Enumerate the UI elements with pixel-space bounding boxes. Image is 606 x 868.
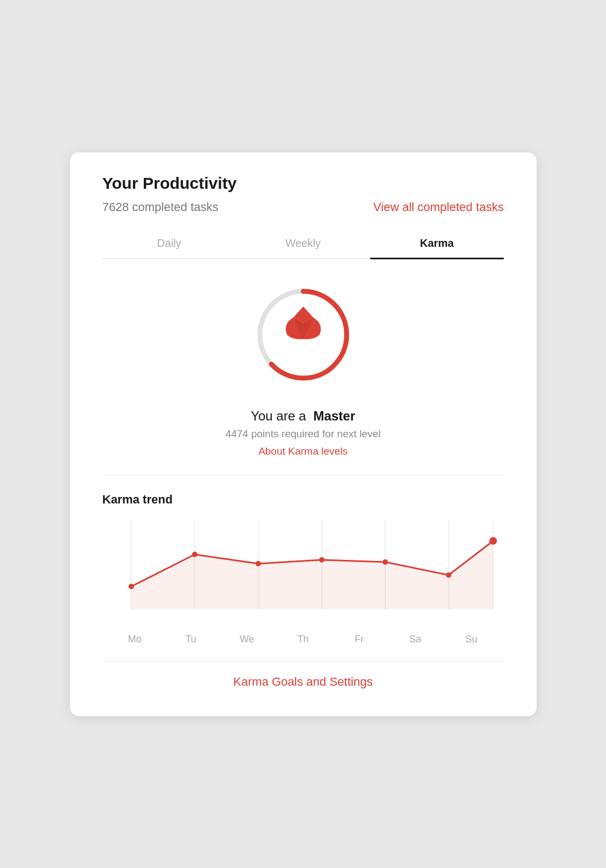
chart-container: Mo Tu We Th Fr Sa Su [103, 520, 504, 645]
chart-dot-sa [446, 572, 451, 578]
karma-points-text: 4474 points required for next level [103, 428, 504, 440]
divider-2 [103, 661, 504, 662]
karma-trend-title: Karma trend [103, 493, 504, 507]
karma-goals-link[interactable]: Karma Goals and Settings [103, 675, 504, 689]
chart-dot-mo [129, 584, 134, 589]
karma-progress-circle [249, 280, 358, 389]
view-all-link[interactable]: View all completed tasks [373, 200, 504, 214]
tabs: Daily Weekly Karma [103, 229, 504, 259]
tab-karma[interactable]: Karma [370, 229, 504, 258]
chart-fill [131, 541, 493, 609]
chart-dot-tu [192, 552, 197, 557]
chart-label-th: Th [275, 634, 331, 645]
chart-label-we: We [219, 634, 275, 645]
chart-labels: Mo Tu We Th Fr Sa Su [103, 634, 504, 645]
chart-dot-th [319, 557, 324, 563]
chart-label-tu: Tu [163, 634, 219, 645]
chart-label-su: Su [443, 634, 499, 645]
divider-1 [103, 475, 504, 475]
chart-label-mo: Mo [107, 634, 163, 645]
stats-row: 7628 completed tasks View all completed … [103, 200, 504, 214]
productivity-card: Your Productivity 7628 completed tasks V… [70, 152, 537, 716]
karma-trend-chart [103, 520, 504, 628]
karma-level-text: You are a Master [103, 409, 504, 424]
chart-dot-we [256, 561, 261, 566]
chart-label-fr: Fr [331, 634, 387, 645]
karma-about-link[interactable]: About Karma levels [258, 445, 348, 457]
karma-info: You are a Master 4474 points required fo… [103, 409, 504, 457]
chart-dot-fr [382, 559, 388, 565]
completed-count: 7628 completed tasks [103, 200, 219, 214]
chart-dot-su [489, 537, 497, 545]
tab-daily[interactable]: Daily [103, 229, 237, 258]
karma-circle-container [103, 280, 504, 389]
tab-weekly[interactable]: Weekly [236, 229, 370, 258]
chart-label-sa: Sa [387, 634, 443, 645]
page-title: Your Productivity [103, 174, 504, 193]
